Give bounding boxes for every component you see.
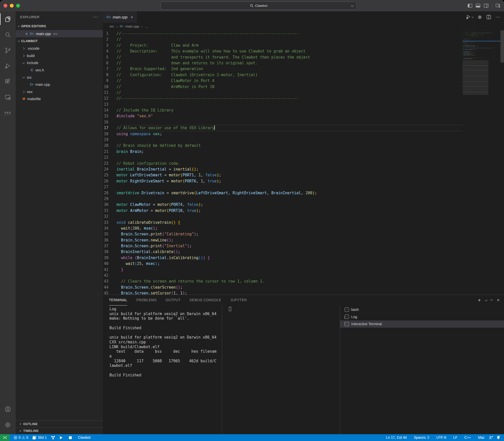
extensions-icon[interactable] bbox=[0, 74, 16, 90]
code-line[interactable]: 17// Allows for easier use of the VEX Li… bbox=[103, 125, 463, 131]
code-line[interactable]: 33void calibrateDrivetrain() { bbox=[103, 220, 463, 226]
code-line[interactable]: 4// Description: This example will show … bbox=[103, 48, 463, 54]
code-line[interactable]: 31motor ArmMotor = motor(PORT10, true); bbox=[103, 208, 463, 214]
status-item[interactable]: Spaces: 2 bbox=[414, 436, 429, 439]
tree-item-main-cpp[interactable]: C+main.cpp bbox=[16, 81, 103, 88]
split-editor-icon[interactable] bbox=[487, 15, 491, 19]
code-line[interactable]: 20// Brain should be defined by default bbox=[103, 143, 463, 149]
code-line[interactable]: 23// Robot configuration code. bbox=[103, 161, 463, 167]
project-root-header[interactable]: CLAWBOT bbox=[16, 37, 103, 45]
code-line[interactable]: 34 wait(200, msec); bbox=[103, 226, 463, 231]
status-item[interactable]: LF bbox=[453, 436, 457, 439]
code-line[interactable]: 24inertial BrainInertial = inertial(); bbox=[103, 167, 463, 172]
code-line[interactable]: 22 bbox=[103, 155, 463, 160]
code-line[interactable]: 32 bbox=[103, 214, 463, 219]
close-window-button[interactable] bbox=[4, 4, 7, 8]
stop-program-button[interactable] bbox=[69, 436, 72, 439]
status-item[interactable]: C++ bbox=[464, 436, 471, 439]
tree-item--vscode[interactable]: .vscode bbox=[16, 45, 103, 52]
code-line[interactable]: 8// Configuration: Clawbot (Drivetrain 2… bbox=[103, 72, 463, 78]
close-panel-icon[interactable]: × bbox=[497, 298, 499, 303]
code-line[interactable]: 44 Brain.Screen.clearScreen(); bbox=[103, 285, 463, 290]
code-line[interactable]: 40 wait(25, msec); bbox=[103, 261, 463, 267]
editor-settings-gear-icon[interactable] bbox=[478, 15, 482, 19]
tree-item-makefile[interactable]: Mmakefile bbox=[16, 95, 103, 103]
status-item[interactable]: UTF-8 bbox=[436, 436, 446, 439]
account-icon[interactable] bbox=[0, 401, 16, 417]
code-line[interactable]: 42 bbox=[103, 273, 463, 279]
search-view-icon[interactable] bbox=[0, 27, 16, 43]
code-line[interactable]: 43 // Clears the screen and returns the … bbox=[103, 279, 463, 284]
slot-selector[interactable]: Slot 1 bbox=[32, 436, 47, 440]
code-line[interactable]: 45 Brain.Screen.setCursor(1, 1); bbox=[103, 290, 463, 295]
code-line[interactable]: 41 } bbox=[103, 267, 463, 273]
vex-device-icon[interactable] bbox=[51, 435, 55, 440]
code-line[interactable]: 30motor ClawMotor = motor(PORT4, false); bbox=[103, 202, 463, 208]
vex-extension-icon[interactable]: vex bbox=[0, 105, 16, 121]
panel-tab-terminal[interactable]: TERMINAL bbox=[109, 295, 127, 306]
views-more-icon[interactable]: ··· bbox=[93, 14, 98, 20]
tab-main-cpp[interactable]: C+ main.cpp × bbox=[103, 11, 137, 23]
terminal-list-item[interactable]: ›bash bbox=[340, 306, 504, 313]
remote-explorer-icon[interactable] bbox=[0, 90, 16, 105]
panel-tab-output[interactable]: OUTPUT bbox=[166, 295, 181, 306]
close-icon[interactable]: × bbox=[25, 32, 28, 36]
new-terminal-icon[interactable]: + bbox=[478, 297, 481, 303]
editor-more-actions-icon[interactable]: ··· bbox=[495, 14, 500, 20]
maximize-panel-icon[interactable] bbox=[490, 299, 493, 302]
code-line[interactable]: 14// Include the IQ Library bbox=[103, 107, 463, 113]
toggle-panel-icon[interactable] bbox=[476, 4, 480, 8]
code-line[interactable]: 36 Brain.Screen.newLine(); bbox=[103, 237, 463, 243]
terminal-list-item[interactable]: └›Interactive Terminal bbox=[340, 320, 504, 328]
code-line[interactable]: 15#include "vex.h" bbox=[103, 113, 463, 119]
code-line[interactable]: 3// Project: Claw and Arm bbox=[103, 43, 463, 48]
timeline-section[interactable]: TIMELINE bbox=[16, 427, 103, 434]
notifications-bell-icon[interactable] bbox=[496, 435, 500, 440]
terminal-list-item[interactable]: ┌›Log bbox=[340, 313, 504, 321]
code-line[interactable]: 25motor LeftDriveSmart = motor(PORT1, 1,… bbox=[103, 172, 463, 178]
run-debug-icon[interactable] bbox=[0, 58, 16, 74]
toggle-sidebar-icon[interactable] bbox=[468, 4, 472, 8]
panel-tab-problems[interactable]: PROBLEMS bbox=[136, 295, 157, 306]
code-line[interactable]: 21brain Brain; bbox=[103, 149, 463, 155]
feedback-icon[interactable] bbox=[489, 436, 493, 440]
code-line[interactable]: 7// Brain Supported: 2nd generation bbox=[103, 66, 463, 72]
run-or-debug-icon[interactable] bbox=[466, 15, 473, 19]
toggle-secondary-sidebar-icon[interactable] bbox=[484, 4, 488, 8]
code-line[interactable]: 2// bbox=[103, 37, 463, 42]
code-line[interactable]: 13 bbox=[103, 102, 463, 107]
terminal-output[interactable]: Log unix build for platform vexiq2 on Da… bbox=[109, 307, 216, 378]
code-line[interactable]: 28smartdrive Drivetrain = smartdrive(Lef… bbox=[103, 190, 463, 196]
code-line[interactable]: 19 bbox=[103, 137, 463, 143]
close-tab-icon[interactable]: × bbox=[131, 15, 133, 19]
code-line[interactable]: 26motor RightDriveSmart = motor(PORT6, 1… bbox=[103, 178, 463, 184]
panel-tab-debug-console[interactable]: DEBUG CONSOLE bbox=[190, 295, 221, 306]
explorer-icon[interactable] bbox=[0, 11, 16, 27]
source-control-icon[interactable] bbox=[0, 43, 16, 58]
breadcrumb[interactable]: src › C+ main.cpp › … bbox=[109, 23, 148, 30]
terminal-split-divider[interactable] bbox=[222, 306, 222, 434]
minimap[interactable]: //--------------------------------------… bbox=[463, 30, 500, 295]
project-name-status[interactable]: Clawbot bbox=[78, 436, 91, 439]
status-item[interactable]: Mac bbox=[478, 436, 485, 439]
code-line[interactable]: 10// ArmMotor in Port 10 bbox=[103, 84, 463, 90]
problems-status[interactable]: 0 ⚠ 0 bbox=[14, 436, 28, 440]
code-line[interactable]: 16 bbox=[103, 119, 463, 125]
tree-item-vex[interactable]: vex bbox=[16, 88, 103, 96]
code-line[interactable]: 37 Brain.Screen.print("Inertial"); bbox=[103, 243, 463, 249]
code-line[interactable]: 1//-------------------------------------… bbox=[103, 31, 463, 37]
code-line[interactable]: 29 bbox=[103, 196, 463, 202]
open-editors-header[interactable]: OPEN EDITORS bbox=[16, 22, 103, 30]
settings-gear-icon[interactable] bbox=[0, 417, 16, 433]
customize-layout-icon[interactable] bbox=[496, 4, 500, 8]
open-editor-main-cpp[interactable]: × C+ main.cpp src bbox=[16, 30, 103, 37]
editor-scrollbar[interactable] bbox=[500, 30, 504, 63]
zoom-window-button[interactable] bbox=[16, 4, 20, 8]
remote-indicator[interactable] bbox=[0, 434, 10, 441]
outline-section[interactable]: OUTLINE bbox=[16, 421, 103, 427]
code-lines[interactable]: 1//-------------------------------------… bbox=[103, 30, 463, 295]
command-center-search[interactable]: Clawbot bbox=[161, 2, 357, 10]
code-line[interactable]: 39 while (BrainInertial.isCalibrating())… bbox=[103, 255, 463, 261]
breadcrumb-src[interactable]: src bbox=[109, 24, 114, 28]
panel-tab-jupyter[interactable]: JUPYTER bbox=[230, 295, 247, 306]
